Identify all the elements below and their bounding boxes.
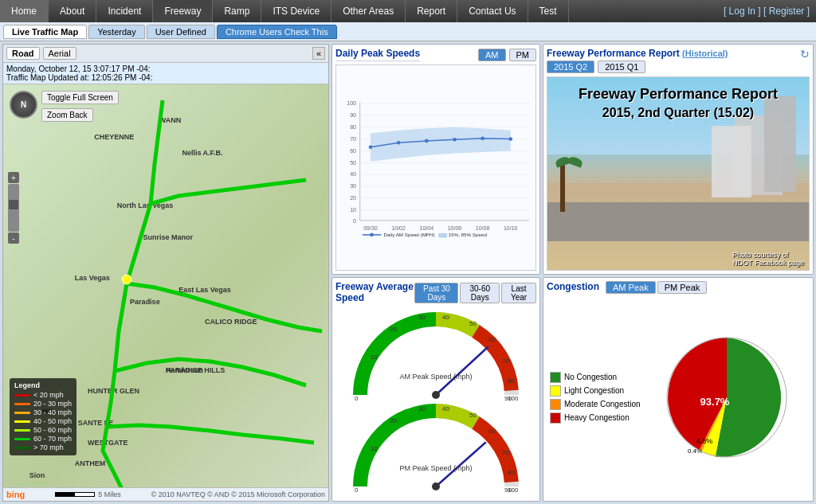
svg-text:30: 30	[418, 314, 426, 321]
zoom-out-btn[interactable]: -	[8, 232, 19, 244]
cong-label-2: Light Congestion	[564, 386, 624, 395]
map-body[interactable]: Nellis A.F.B. North Las Vegas Sunrise Ma…	[3, 84, 328, 487]
perf-report-panel: Freeway Performance Report (Historical) …	[543, 44, 814, 275]
am-gauge-svg: 0 10 20 30 40 50 60 70 80 90 100	[348, 311, 524, 403]
svg-text:60: 60	[488, 336, 496, 343]
top-navigation: Home About Incident Freeway Ramp ITS Dev…	[0, 0, 816, 22]
nav-other-areas[interactable]: Other Areas	[332, 0, 406, 22]
svg-text:10/10: 10/10	[504, 225, 518, 231]
svg-text:4.8%: 4.8%	[696, 437, 713, 445]
perf-tabs: 2015 Q2 2015 Q1	[547, 61, 810, 73]
legend-item-7: > 70 mph	[14, 443, 72, 451]
login-link[interactable]: [ Log In ]	[724, 6, 761, 17]
avg-speed-title: Freeway Average Speed	[335, 281, 414, 305]
legend-item-4: 40 - 50 mph	[14, 417, 72, 425]
legend-label-2: 20 - 30 mph	[33, 400, 72, 408]
avg-speed-header: Freeway Average Speed Past 30 Days 30-60…	[335, 281, 536, 305]
sub-tab-bar: Live Traffic Map Yesterday User Defined …	[0, 22, 816, 41]
svg-text:30: 30	[350, 183, 356, 189]
pm-gauge-svg: 0 10 20 30 40 50 60 70 80 90 100	[348, 403, 524, 494]
avg-speed-panel: Freeway Average Speed Past 30 Days 30-60…	[332, 277, 540, 502]
congestion-legend: No Congestion Light Congestion Moderate …	[550, 369, 641, 426]
zoom-in-btn[interactable]: +	[8, 172, 19, 183]
nav-incident[interactable]: Incident	[96, 0, 153, 22]
map-update: Traffic Map Updated at: 12:05:26 PM -04:	[6, 73, 325, 82]
map-road-btn[interactable]: Road	[6, 47, 40, 60]
subtab-chrome-users[interactable]: Chrome Users Check This	[217, 25, 337, 39]
svg-text:100: 100	[508, 395, 519, 402]
zoom-controls: + -	[8, 172, 19, 244]
perf-tab-q2[interactable]: 2015 Q2	[547, 61, 594, 73]
svg-text:40: 40	[442, 405, 449, 412]
legend-item-2: 20 - 30 mph	[14, 400, 72, 408]
historical-link[interactable]: (Historical)	[682, 49, 728, 58]
svg-text:AM Peak Speed (mph): AM Peak Speed (mph)	[399, 373, 472, 381]
speed-tab-30[interactable]: Past 30 Days	[414, 283, 458, 303]
cong-legend-item-3: Moderate Congestion	[550, 399, 641, 410]
zoom-slider[interactable]	[8, 184, 19, 232]
legend-item-6: 60 - 70 mph	[14, 435, 72, 443]
speed-tab-year[interactable]: Last Year	[501, 283, 536, 303]
map-aerial-btn[interactable]: Aerial	[43, 47, 76, 60]
svg-text:70: 70	[502, 449, 509, 456]
daily-peak-tab-pm[interactable]: PM	[509, 49, 537, 61]
map-collapse-btn[interactable]: «	[312, 47, 325, 60]
chart-svg: 100 90 80 70 60 50 40 30	[336, 65, 536, 270]
legend-color-4	[14, 420, 30, 423]
svg-text:10/06: 10/06	[448, 225, 462, 231]
nav-its-device[interactable]: ITS Device	[261, 0, 332, 22]
pm-gauge-container: 0 10 20 30 40 50 60 70 80 90 100	[348, 403, 524, 494]
legend-label-1: < 20 mph	[33, 391, 64, 399]
nav-test[interactable]: Test	[528, 0, 569, 22]
perf-title-overlay: Freeway Performance Report 2015, 2nd Qua…	[560, 85, 795, 123]
legend-color-6	[14, 438, 30, 440]
subtab-yesterday[interactable]: Yesterday	[88, 25, 145, 39]
cong-label-4: Heavy Congestion	[564, 413, 630, 422]
svg-text:20: 20	[390, 326, 397, 333]
register-link[interactable]: [ Register ]	[763, 6, 810, 17]
svg-text:80: 80	[508, 469, 515, 476]
nav-home[interactable]: Home	[0, 0, 49, 22]
map-controls: Road Aerial «	[3, 45, 328, 63]
nav-contact-us[interactable]: Contact Us	[457, 0, 528, 22]
speed-tab-60[interactable]: 30-60 Days	[460, 283, 500, 303]
nav-freeway[interactable]: Freeway	[153, 0, 213, 22]
legend-label-3: 30 - 40 mph	[33, 408, 72, 416]
legend-item-3: 30 - 40 mph	[14, 408, 72, 416]
nav-about[interactable]: About	[49, 0, 96, 22]
svg-point-37	[481, 136, 484, 140]
nav-ramp[interactable]: Ramp	[213, 0, 261, 22]
gauges-area: 0 10 20 30 40 50 60 70 80 90 100	[335, 308, 536, 498]
svg-point-35	[425, 139, 429, 143]
refresh-icon[interactable]: ↻	[800, 48, 810, 61]
svg-text:15%, 85% Speed: 15%, 85% Speed	[449, 232, 488, 237]
am-gauge-container: 0 10 20 30 40 50 60 70 80 90 100	[348, 311, 524, 403]
svg-line-55	[436, 347, 488, 395]
subtab-user-defined[interactable]: User Defined	[147, 25, 215, 39]
daily-peak-tab-am[interactable]: AM	[478, 49, 506, 61]
svg-text:0: 0	[353, 218, 356, 224]
cong-tab-pm[interactable]: PM Peak	[657, 281, 708, 294]
zoom-back-btn[interactable]: Zoom Back	[41, 108, 93, 122]
svg-text:10/04: 10/04	[420, 225, 434, 231]
legend-color-3	[14, 412, 30, 414]
fullscreen-btn[interactable]: Toggle Full Screen	[41, 91, 119, 104]
compass: N	[10, 91, 37, 119]
svg-text:10/08: 10/08	[476, 225, 490, 231]
svg-text:60: 60	[488, 428, 496, 435]
svg-point-56	[432, 391, 440, 399]
cong-tab-am[interactable]: AM Peak	[606, 281, 656, 294]
legend-label-5: 50 - 60 mph	[33, 426, 72, 434]
svg-text:0: 0	[355, 486, 359, 494]
svg-point-33	[369, 145, 373, 149]
svg-text:0: 0	[355, 395, 359, 402]
nav-report[interactable]: Report	[406, 0, 457, 22]
perf-tab-q1[interactable]: 2015 Q1	[598, 61, 645, 73]
daily-peak-title: Daily Peak Speeds	[335, 48, 420, 61]
map-canvas[interactable]: Nellis A.F.B. North Las Vegas Sunrise Ma…	[3, 84, 328, 487]
svg-rect-42	[439, 233, 446, 237]
svg-text:09/30: 09/30	[363, 225, 378, 231]
subtab-live-traffic[interactable]: Live Traffic Map	[3, 25, 87, 39]
svg-text:50: 50	[350, 160, 356, 166]
svg-point-70	[432, 483, 440, 490]
